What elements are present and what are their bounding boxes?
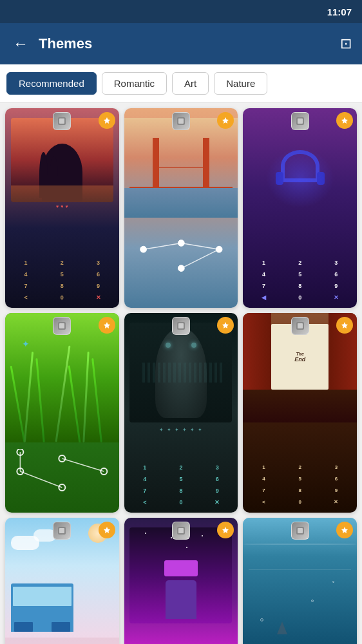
theme-card-4[interactable]: ✦	[5, 313, 119, 513]
theme-card-9[interactable]	[243, 518, 357, 644]
back-button[interactable]: ←	[10, 32, 31, 55]
filter-nature[interactable]: Nature	[214, 72, 267, 95]
theme-app-icon-4	[53, 317, 71, 335]
theme-app-icon-6	[291, 317, 309, 335]
premium-badge-7	[99, 522, 115, 538]
svg-line-9	[181, 250, 219, 269]
svg-line-22	[20, 471, 62, 488]
svg-line-7	[143, 243, 181, 250]
theme-card-6[interactable]: The End 123 456 789	[243, 313, 357, 513]
svg-rect-31	[298, 323, 303, 328]
svg-rect-28	[178, 323, 184, 328]
svg-rect-11	[178, 118, 184, 124]
status-bar: 11:07	[0, 0, 362, 23]
svg-rect-14	[298, 118, 303, 124]
theme-card-5[interactable]: ✦ ✦ ✦ ✦ ✦ ✦ 123 456 789 <0✕	[124, 313, 238, 513]
filter-romantic[interactable]: Romantic	[102, 72, 167, 95]
theme-app-icon-1	[53, 112, 71, 130]
page-title: Themes	[39, 35, 332, 52]
filter-row: Recommended Romantic Art Nature	[0, 64, 362, 103]
svg-rect-44	[178, 528, 184, 533]
premium-badge-1	[99, 112, 115, 129]
status-time: 11:07	[327, 6, 352, 17]
premium-badge-4	[99, 317, 115, 334]
save-icon[interactable]: ⊡	[340, 35, 352, 52]
svg-rect-41	[59, 528, 64, 533]
theme-app-icon-2	[172, 112, 190, 130]
theme-card-1[interactable]: ♥ ♥ ♥ 123 456 789 <0✕	[5, 108, 119, 308]
theme-card-3[interactable]: 123 456 789 ◀0✕	[243, 108, 357, 308]
theme-app-icon-5	[172, 317, 190, 335]
svg-rect-1	[59, 118, 64, 124]
premium-badge-9	[336, 522, 353, 538]
filter-recommended[interactable]: Recommended	[6, 72, 97, 95]
filter-art[interactable]: Art	[172, 72, 209, 95]
theme-grid: ♥ ♥ ♥ 123 456 789 <0✕	[0, 103, 362, 644]
theme-app-icon-9	[291, 522, 309, 540]
svg-rect-25	[59, 323, 64, 328]
theme-app-icon-7	[53, 522, 71, 540]
theme-card-7[interactable]: ❄ ❄ ❄	[5, 518, 119, 644]
premium-badge-3	[336, 112, 353, 129]
premium-badge-6	[336, 317, 353, 334]
theme-card-8[interactable]: 123 456	[124, 518, 238, 644]
svg-rect-54	[298, 528, 303, 533]
app-header: ← Themes ⊡	[0, 23, 362, 64]
theme-card-2[interactable]	[124, 108, 238, 308]
theme-app-icon-8	[172, 522, 190, 540]
svg-line-8	[181, 243, 219, 250]
svg-line-23	[62, 459, 104, 471]
theme-app-icon-3	[291, 112, 309, 130]
